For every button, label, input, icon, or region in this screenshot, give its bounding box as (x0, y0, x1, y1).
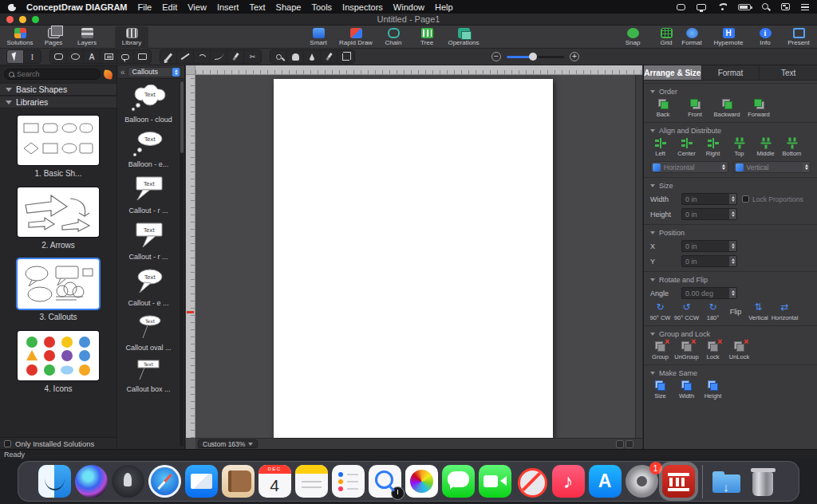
shape-callout-ellipse[interactable]: Text Callout - e ... (124, 262, 173, 309)
tab-arrange-size[interactable]: Arrange & Size (644, 65, 702, 80)
section-rotate-flip[interactable]: Rotate and Flip (644, 271, 817, 285)
rotate-180-button[interactable]: ↻180° (700, 302, 726, 321)
align-top-button[interactable]: Top (726, 138, 752, 157)
spotlight-search-icon[interactable] (762, 3, 770, 11)
only-installed-checkbox[interactable] (4, 440, 11, 447)
search-box[interactable] (4, 69, 101, 80)
tab-text[interactable]: Text (760, 65, 817, 80)
make-same-size-button[interactable]: Size (647, 380, 673, 400)
zoom-level-dropdown[interactable]: Custom 163% (198, 439, 258, 448)
tab-format[interactable]: Format (702, 65, 760, 80)
flip-vertical-button[interactable]: ⇅Vertical (745, 302, 772, 321)
dock-prohibited-icon[interactable] (515, 465, 548, 498)
angle-input[interactable] (682, 289, 729, 297)
dock-contacts-icon[interactable] (222, 465, 255, 498)
position-x-field[interactable] (681, 240, 737, 252)
order-front-button[interactable]: Front (679, 99, 711, 118)
drawing-page[interactable] (274, 79, 553, 438)
arc-tool-button[interactable] (194, 50, 211, 63)
lock-proportions-checkbox[interactable] (742, 195, 749, 203)
dock-photos-icon[interactable] (405, 465, 438, 498)
text-tool-button[interactable]: A (84, 50, 101, 63)
dock-app-store-icon[interactable] (589, 465, 622, 498)
width-input[interactable] (682, 195, 729, 203)
menu-insert[interactable]: Insert (217, 2, 239, 12)
shape-callout-rect-2[interactable]: Text Callout - r ... (124, 216, 173, 262)
dock-mail-icon[interactable] (185, 465, 218, 498)
group-button[interactable]: ×Group (647, 341, 673, 360)
lock-button[interactable]: ×Lock (700, 341, 726, 360)
unlock-button[interactable]: ×UnLock (726, 341, 752, 360)
stepper-icon[interactable] (729, 209, 736, 219)
curve-tool-button[interactable] (211, 50, 227, 63)
dock-music-icon[interactable] (552, 465, 585, 498)
dock-facetime-icon[interactable] (479, 465, 511, 498)
shape-callout-oval[interactable]: Text Callout oval ... (124, 309, 173, 353)
position-x-input[interactable] (682, 242, 729, 250)
section-size[interactable]: Size (644, 177, 817, 191)
shape-balloon-cloud[interactable]: Text Balloon - cloud (124, 79, 173, 125)
ungroup-button[interactable]: ×UnGroup (673, 341, 700, 360)
dock-preview-icon[interactable] (369, 465, 401, 498)
scissors-tool-button[interactable]: ✂ (244, 50, 261, 63)
page-nav-prev-button[interactable] (616, 440, 624, 448)
rotate-cw-button[interactable]: ↻90° CW (647, 302, 673, 321)
crop-tool-button[interactable] (337, 50, 354, 63)
dock-conceptdraw-icon[interactable] (662, 465, 695, 498)
flip-horizontal-button[interactable]: ⇄Horizontal (772, 302, 798, 321)
page-nav-next-button[interactable] (626, 440, 633, 448)
position-y-field[interactable] (681, 255, 737, 267)
distribute-horizontal-select[interactable]: Horizontal (650, 161, 728, 173)
display-icon[interactable] (697, 4, 706, 10)
align-middle-button[interactable]: Middle (752, 138, 779, 157)
stepper-icon[interactable] (729, 194, 736, 204)
smart-button[interactable]: Smart (302, 26, 335, 49)
rectangle-tool-button[interactable] (50, 50, 67, 63)
operations-button[interactable]: Operations (444, 26, 483, 49)
pages-button[interactable]: Pages (37, 26, 70, 49)
zoom-tool-button[interactable] (270, 50, 287, 63)
zoom-out-button[interactable]: − (491, 52, 501, 61)
stepper-icon[interactable] (729, 288, 736, 298)
dock-calendar-icon[interactable]: DEC 4 (259, 465, 291, 498)
order-forward-button[interactable]: Forward (743, 99, 775, 118)
eyedropper-tool-button[interactable] (304, 50, 321, 63)
shape-callout-box[interactable]: Text Callout box ... (124, 353, 173, 395)
libraries-section[interactable]: Libraries (0, 96, 116, 108)
style-brush-tool-button[interactable] (321, 50, 337, 63)
dock-trash-icon[interactable] (747, 465, 780, 498)
menu-app-name[interactable]: ConceptDraw DIAGRAM (26, 2, 128, 12)
height-input[interactable] (682, 211, 729, 219)
battery-icon[interactable] (738, 4, 751, 10)
dock-finder-icon[interactable] (38, 465, 71, 498)
section-position[interactable]: Position (644, 224, 817, 238)
canvas-area[interactable]: Custom 163% (186, 65, 642, 449)
textbox-tool-button[interactable] (101, 50, 117, 63)
stepper-icon[interactable] (729, 241, 736, 251)
zoom-slider[interactable] (507, 56, 564, 58)
dock-launchpad-icon[interactable] (112, 465, 144, 498)
make-same-height-button[interactable]: Height (700, 380, 726, 400)
dock-system-preferences-icon[interactable]: 1 (626, 465, 658, 498)
comment-tool-button[interactable] (117, 50, 134, 63)
solutions-button[interactable]: Solutions (3, 26, 37, 49)
collapse-library-icon[interactable]: « (120, 68, 125, 77)
library-scrollbar[interactable] (180, 81, 184, 447)
chat-icon[interactable] (677, 4, 685, 10)
make-same-width-button[interactable]: Width (673, 380, 700, 400)
solutions-marker-icon[interactable] (103, 69, 113, 80)
library-card-arrows[interactable]: 2. Arrows (14, 187, 102, 250)
distribute-vertical-select[interactable]: Vertical (733, 161, 811, 173)
select-tool-button[interactable] (7, 50, 24, 63)
line-tool-button[interactable] (177, 50, 194, 63)
menu-window[interactable]: Window (393, 2, 424, 12)
section-group-lock[interactable]: Group and Lock (644, 325, 817, 340)
shape-balloon-ellipse[interactable]: Text Balloon - e... (124, 125, 173, 170)
connector-tool-button[interactable] (134, 50, 151, 63)
snap-button[interactable]: Snap (616, 26, 649, 49)
menu-edit[interactable]: Edit (162, 2, 177, 12)
shape-callout-rect-1[interactable]: Text Callout - r ... (124, 170, 173, 216)
library-card-basic-shapes[interactable]: 1. Basic Sh... (14, 116, 102, 178)
position-y-input[interactable] (682, 258, 729, 266)
dock-siri-icon[interactable] (75, 465, 108, 498)
